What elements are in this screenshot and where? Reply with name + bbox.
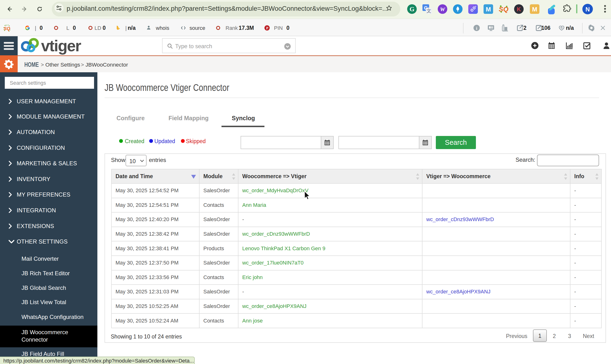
svg-text:文: 文 xyxy=(426,8,431,13)
svg-text:N: N xyxy=(585,6,590,13)
svg-text:W: W xyxy=(440,6,445,13)
svg-text:G: G xyxy=(410,6,414,13)
svg-text:i: i xyxy=(476,26,477,31)
svg-text:M: M xyxy=(532,6,537,13)
svg-text:K: K xyxy=(517,6,521,13)
svg-text:P: P xyxy=(266,26,268,30)
svg-text:M: M xyxy=(486,6,491,13)
